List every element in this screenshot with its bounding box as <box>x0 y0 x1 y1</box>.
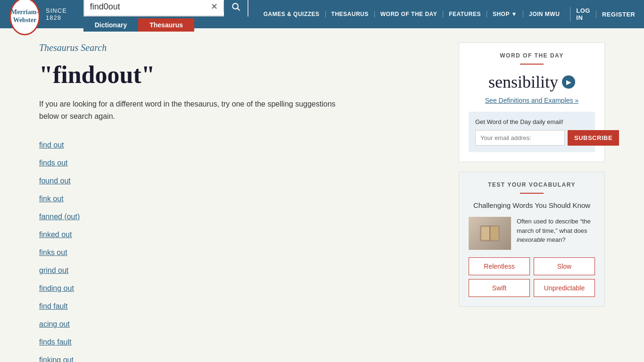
main-container: Thesaurus Search "findoout" If you are l… <box>30 28 614 362</box>
since-text: SINCE 1828 <box>46 7 74 21</box>
suggestion-find-out[interactable]: find out <box>39 141 64 149</box>
suggestion-fanned-out[interactable]: fanned (out) <box>39 213 80 221</box>
no-results-text: If you are looking for a different word … <box>39 98 346 122</box>
nav-features[interactable]: FEATURES <box>443 11 487 17</box>
suggestion-found-out[interactable]: found out <box>39 177 71 185</box>
main-nav: GAMES & QUIZZES THESAURUS WORD OF THE DA… <box>258 11 566 17</box>
wotd-definitions-link[interactable]: See Definitions and Examples » <box>469 97 595 104</box>
nav-join-mwu[interactable]: JOIN MWU <box>523 11 565 17</box>
list-item: finking out <box>39 351 445 362</box>
suggestion-finds-fault[interactable]: finds fault <box>39 338 71 346</box>
section-label: Thesaurus Search <box>39 42 445 53</box>
nav-thesaurus[interactable]: THESAURUS <box>326 11 375 17</box>
email-row: SUBSCRIBE <box>475 130 588 146</box>
heading-word: findoout <box>53 61 141 88</box>
subscribe-button[interactable]: SUBSCRIBE <box>568 130 619 146</box>
email-prompt: Get Word of the Day daily email! <box>475 118 588 125</box>
suggestion-finking-out[interactable]: finking out <box>39 356 74 362</box>
list-item: fanned (out) <box>39 208 445 226</box>
suggestion-finding-out[interactable]: finding out <box>39 284 74 292</box>
search-input[interactable]: find0out <box>84 2 205 12</box>
logo-area: Merriam-Webster SINCE 1828 <box>9 0 74 35</box>
list-item: fink out <box>39 190 445 208</box>
header: Merriam-Webster SINCE 1828 find0out ✕ Di… <box>0 0 644 28</box>
audio-button[interactable]: ▶ <box>562 75 575 89</box>
choice-slow[interactable]: Slow <box>534 257 595 275</box>
log-in-link[interactable]: LOG IN <box>570 7 596 21</box>
heading-open-quote: " <box>39 61 53 88</box>
vocab-card: TEST YOUR VOCABULARY Challenging Words Y… <box>459 172 605 307</box>
choice-unpredictable[interactable]: Unpredictable <box>534 279 595 297</box>
nav-word-of-the-day[interactable]: WORD OF THE DAY <box>375 11 443 17</box>
list-item: grind out <box>39 262 445 280</box>
wotd-card: WORD OF THE DAY sensibility ▶ See Defini… <box>459 42 605 162</box>
vocab-divider <box>520 193 544 194</box>
suggestion-grind-out[interactable]: grind out <box>39 266 68 274</box>
nav-games-quizzes[interactable]: GAMES & QUIZZES <box>258 11 326 17</box>
suggestion-find-fault[interactable]: find fault <box>39 302 67 310</box>
suggestion-finked-out[interactable]: finked out <box>39 230 72 239</box>
email-section: Get Word of the Day daily email! SUBSCRI… <box>469 112 595 152</box>
auth-links: LOG IN REGISTER <box>570 7 641 21</box>
search-icon <box>231 2 240 11</box>
search-clear-button[interactable]: ✕ <box>205 1 224 12</box>
list-item: finks out <box>39 244 445 262</box>
choice-swift[interactable]: Swift <box>469 279 530 297</box>
search-submit-button[interactable] <box>224 0 248 16</box>
search-term-heading: "findoout" <box>39 61 445 89</box>
vocab-title: TEST YOUR VOCABULARY <box>469 181 595 188</box>
vocab-image <box>469 217 511 250</box>
suggestion-finds-out[interactable]: finds out <box>39 159 67 167</box>
wotd-word: sensibility ▶ <box>469 72 595 92</box>
search-bar: find0out ✕ <box>83 0 248 16</box>
nav-shop[interactable]: SHOP ▼ <box>487 11 523 17</box>
content-area: Thesaurus Search "findoout" If you are l… <box>39 42 445 362</box>
vocab-image-inner <box>469 217 511 250</box>
vocab-description: Challenging Words You Should Know <box>469 201 595 209</box>
list-item: acing out <box>39 315 445 333</box>
suggestion-fink-out[interactable]: fink out <box>39 195 64 203</box>
list-item: find fault <box>39 297 445 315</box>
sidebar: WORD OF THE DAY sensibility ▶ See Defini… <box>459 42 605 362</box>
logo[interactable]: Merriam-Webster <box>9 0 40 35</box>
svg-line-1 <box>237 8 239 11</box>
email-input[interactable] <box>475 130 565 146</box>
list-item: finds out <box>39 154 445 172</box>
wotd-title: WORD OF THE DAY <box>469 52 595 59</box>
tab-thesaurus[interactable]: Thesaurus <box>138 18 194 32</box>
heading-close-quote: " <box>141 61 155 88</box>
svg-rect-3 <box>481 227 490 239</box>
vocab-content: Often used to describe “the march of tim… <box>469 217 595 250</box>
vocab-choices: Relentless Slow Swift Unpredictable <box>469 257 595 297</box>
suggestion-acing-out[interactable]: acing out <box>39 320 70 328</box>
suggestion-finks-out[interactable]: finks out <box>39 248 67 256</box>
logo-text-mw: Merriam-Webster <box>11 8 39 25</box>
wotd-divider <box>520 64 544 65</box>
list-item: finked out <box>39 226 445 244</box>
choice-relentless[interactable]: Relentless <box>469 257 530 275</box>
svg-rect-4 <box>491 227 498 239</box>
tab-dictionary[interactable]: Dictionary <box>83 18 138 32</box>
svg-point-0 <box>232 3 238 9</box>
list-item: found out <box>39 172 445 190</box>
list-item: finds fault <box>39 333 445 351</box>
register-link[interactable]: REGISTER <box>596 11 641 18</box>
shop-chevron-icon: ▼ <box>512 11 517 17</box>
vocab-quiz-text: Often used to describe “the march of tim… <box>517 217 595 250</box>
list-item: finding out <box>39 280 445 297</box>
book-icon <box>478 224 502 243</box>
suggestions-list: find out finds out found out fink out fa… <box>39 136 445 362</box>
search-tabs: Dictionary Thesaurus <box>83 18 248 32</box>
search-area: find0out ✕ Dictionary Thesaurus <box>83 0 248 32</box>
list-item: find out <box>39 136 445 154</box>
